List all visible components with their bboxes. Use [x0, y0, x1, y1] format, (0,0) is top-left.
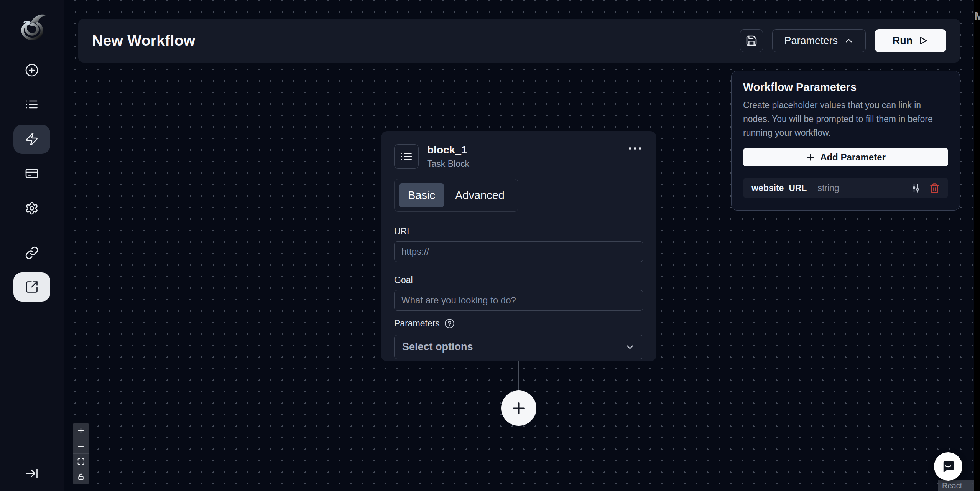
parameter-row: website_URL string	[743, 178, 948, 198]
chat-bubble-icon	[940, 458, 956, 475]
tab-advanced[interactable]: Advanced	[446, 183, 514, 207]
parameters-select[interactable]: Select options	[394, 335, 643, 359]
goal-label: Goal	[394, 275, 643, 285]
sidebar	[0, 0, 64, 491]
parameters-toggle-button[interactable]: Parameters	[772, 29, 866, 52]
edge-artifact-text: M	[974, 9, 980, 22]
task-block-header: block_1 Task Block	[394, 144, 643, 169]
sidebar-item-billing[interactable]	[23, 164, 41, 183]
fit-view-button[interactable]	[73, 454, 89, 469]
panel-title: Workflow Parameters	[743, 81, 948, 94]
url-input[interactable]	[394, 241, 643, 262]
save-button[interactable]	[740, 29, 763, 52]
workflow-parameters-panel: Workflow Parameters Create placeholder v…	[731, 71, 960, 211]
sidebar-divider	[8, 232, 56, 232]
help-circle-icon[interactable]	[444, 318, 455, 329]
play-icon	[918, 35, 929, 46]
sidebar-item-integrations[interactable]	[23, 244, 41, 262]
add-parameter-button[interactable]: Add Parameter	[743, 148, 948, 166]
chat-launcher-button[interactable]	[934, 452, 962, 481]
parameters-label-row: Parameters	[394, 318, 643, 329]
sidebar-item-create[interactable]	[23, 61, 41, 79]
sliders-icon[interactable]	[911, 183, 921, 193]
block-mode-tabs: Basic Advanced	[394, 179, 518, 212]
zoom-out-button[interactable]	[73, 438, 89, 454]
lock-interactivity-button[interactable]	[73, 469, 89, 484]
workflow-header: New Workflow Parameters Run	[78, 19, 960, 63]
page-title: New Workflow	[92, 32, 195, 49]
plus-icon	[806, 152, 816, 162]
add-block-button[interactable]	[501, 390, 536, 426]
block-title: block_1	[427, 144, 469, 156]
sidebar-item-settings[interactable]	[23, 199, 41, 217]
chevron-down-icon	[625, 342, 635, 353]
run-button[interactable]: Run	[875, 29, 946, 52]
select-placeholder: Select options	[402, 341, 473, 353]
flow-controls	[73, 423, 89, 484]
lock-icon	[77, 473, 85, 481]
plus-icon	[510, 399, 528, 417]
sidebar-expand-button[interactable]	[23, 464, 41, 483]
credit-card-icon	[25, 166, 39, 180]
goal-input[interactable]	[394, 290, 643, 311]
parameter-type: string	[817, 183, 839, 193]
external-link-icon	[25, 280, 39, 294]
skyvern-dragon-logo[interactable]	[15, 11, 48, 43]
link-icon	[25, 246, 39, 260]
list-icon	[25, 97, 39, 111]
list-icon	[400, 150, 413, 163]
url-label: URL	[394, 226, 643, 237]
zoom-in-button[interactable]	[73, 423, 89, 438]
save-icon	[745, 35, 758, 47]
edge-connector	[518, 361, 519, 391]
block-type-label: Task Block	[427, 159, 469, 169]
parameter-name: website_URL	[751, 183, 807, 193]
block-options-menu-button[interactable]	[626, 145, 643, 152]
trash-icon[interactable]	[929, 183, 940, 193]
run-button-label: Run	[893, 35, 913, 47]
gear-icon	[25, 201, 39, 215]
arrow-right-to-line-icon	[25, 466, 39, 480]
ellipsis-icon	[629, 147, 631, 150]
sidebar-item-workflows-active[interactable]	[13, 125, 50, 154]
tab-basic[interactable]: Basic	[399, 183, 444, 207]
add-parameter-label: Add Parameter	[820, 152, 886, 163]
plus-icon	[77, 427, 85, 435]
plus-circle-icon	[25, 63, 39, 77]
sidebar-item-external-active[interactable]	[13, 272, 50, 302]
parameters-label: Parameters	[394, 318, 440, 329]
panel-description: Create placeholder values that you can l…	[743, 98, 948, 140]
minus-icon	[77, 442, 85, 450]
block-icon-box	[394, 144, 419, 169]
parameters-button-label: Parameters	[784, 35, 838, 47]
maximize-icon	[77, 458, 85, 465]
chevron-up-icon	[844, 36, 854, 46]
screen-edge-strip: M	[974, 0, 980, 491]
sidebar-item-runs-list[interactable]	[23, 95, 41, 114]
task-block-node[interactable]: block_1 Task Block Basic Advanced URL Go…	[381, 131, 656, 361]
zap-icon	[25, 132, 39, 146]
